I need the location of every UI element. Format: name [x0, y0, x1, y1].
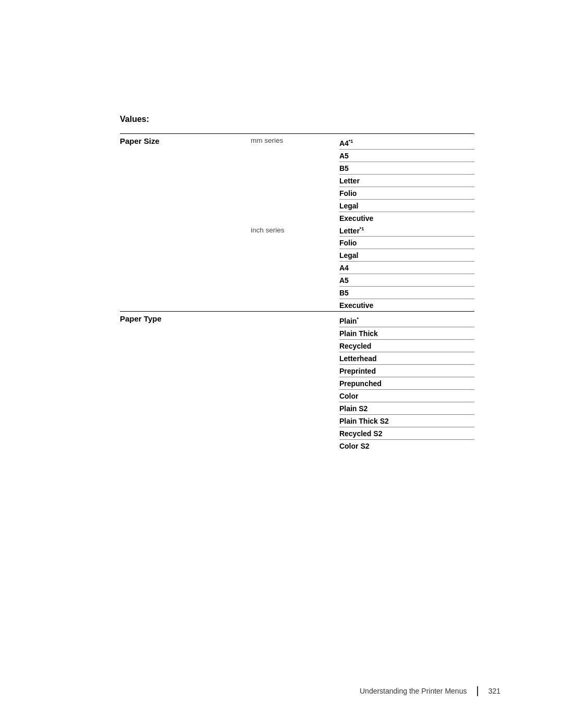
- paper-type-header-row: Paper Type Plain* Plain Thick Recycled L…: [120, 312, 474, 452]
- value-executive-mm: Executive: [339, 212, 474, 224]
- paper-size-label: Paper Size: [120, 134, 251, 224]
- value-preprinted: Preprinted: [339, 365, 474, 377]
- value-a4-inch: A4: [339, 262, 474, 274]
- paper-type-label: Paper Type: [120, 312, 251, 452]
- value-plain: Plain*: [339, 314, 474, 327]
- value-letterhead: Letterhead: [339, 352, 474, 365]
- value-letter-mm: Letter: [339, 175, 474, 187]
- value-color-s2: Color S2: [339, 440, 474, 452]
- footer-text: Understanding the Printer Menus: [360, 687, 467, 695]
- inch-series-values-col: Letter*1 Folio Legal A4 A5 B5 Executive: [339, 224, 474, 312]
- page-container: Values: Paper Size mm series A4*1 A5 B5: [0, 0, 563, 728]
- footer-page-number: 321: [488, 687, 500, 695]
- value-executive-inch: Executive: [339, 299, 474, 311]
- inch-series-row: inch series Letter*1 Folio Legal A4 A5 B…: [120, 224, 474, 312]
- value-recycled: Recycled: [339, 340, 474, 352]
- value-plain-thick-s2: Plain Thick S2: [339, 415, 474, 427]
- inch-series-label: inch series: [251, 224, 339, 312]
- paper-size-header-row: Paper Size mm series A4*1 A5 B5 Letter F…: [120, 134, 474, 224]
- values-heading: Values:: [120, 115, 500, 124]
- value-color: Color: [339, 390, 474, 402]
- value-b5-mm: B5: [339, 162, 474, 175]
- value-plain-thick: Plain Thick: [339, 327, 474, 340]
- value-letter-inch: Letter*1: [339, 224, 474, 237]
- data-table: Paper Size mm series A4*1 A5 B5 Letter F…: [120, 133, 474, 452]
- value-recycled-s2: Recycled S2: [339, 427, 474, 440]
- footer: Understanding the Printer Menus | 321: [360, 685, 500, 697]
- value-a4-mm: A4*1: [339, 137, 474, 150]
- value-prepunched: Prepunched: [339, 377, 474, 390]
- paper-size-values-col: A4*1 A5 B5 Letter Folio Legal Executive: [339, 134, 474, 224]
- value-folio-inch: Folio: [339, 237, 474, 249]
- value-folio-mm: Folio: [339, 187, 474, 200]
- value-a5-inch: A5: [339, 274, 474, 287]
- value-legal-inch: Legal: [339, 249, 474, 262]
- paper-type-values-col: Plain* Plain Thick Recycled Letterhead P…: [339, 312, 474, 452]
- mm-series-label: mm series: [251, 134, 339, 224]
- value-a5-mm: A5: [339, 150, 474, 162]
- footer-separator: |: [476, 685, 479, 697]
- value-b5-inch: B5: [339, 287, 474, 299]
- main-content: Paper Size mm series A4*1 A5 B5 Letter F…: [120, 133, 500, 452]
- value-legal-mm: Legal: [339, 200, 474, 212]
- value-plain-s2: Plain S2: [339, 402, 474, 415]
